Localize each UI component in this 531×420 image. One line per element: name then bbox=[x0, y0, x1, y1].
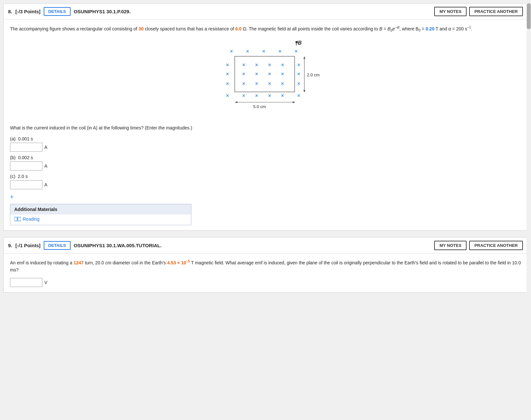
question-9-header-right: MY NOTES PRACTICE ANOTHER bbox=[434, 241, 523, 250]
b0-highlight: 0.20 bbox=[425, 26, 434, 31]
svg-text:×: × bbox=[268, 71, 271, 77]
svg-rect-41 bbox=[18, 217, 21, 221]
svg-text:×: × bbox=[297, 93, 300, 98]
expand-icon[interactable]: + bbox=[10, 194, 521, 201]
svg-text:×: × bbox=[297, 62, 300, 68]
question-8-my-notes-button[interactable]: MY NOTES bbox=[434, 7, 467, 16]
sub-question-b-label: (b) 0.002 s bbox=[10, 155, 521, 160]
svg-text:×: × bbox=[281, 93, 284, 98]
svg-text:×: × bbox=[255, 93, 258, 98]
sub-question-a: (a) 0.001 s A bbox=[10, 136, 521, 152]
scrollbar-thumb[interactable] bbox=[527, 3, 531, 29]
field-9-highlight: 4.53 × 10−5 bbox=[167, 260, 190, 265]
question-9-code: OSUNIPHYS1 30.1.WA.005.TUTORIAL. bbox=[74, 243, 162, 248]
question-8-problem-text: The accompanying figure shows a rectangu… bbox=[10, 25, 521, 33]
answer-input-9[interactable] bbox=[10, 278, 42, 287]
svg-text:×: × bbox=[242, 71, 245, 77]
question-8-points: [-/3 Points] bbox=[16, 9, 41, 14]
svg-marker-37 bbox=[235, 101, 237, 103]
svg-text:×: × bbox=[242, 81, 245, 86]
question-8-body: The accompanying figure shows a rectangu… bbox=[4, 20, 527, 230]
svg-text:×: × bbox=[255, 62, 258, 68]
additional-materials-section: Additional Materials Reading bbox=[10, 204, 191, 225]
svg-text:B: B bbox=[298, 40, 302, 46]
svg-text:×: × bbox=[278, 49, 281, 54]
additional-materials-header: Additional Materials bbox=[10, 204, 191, 215]
question-9-points: [-/1 Points] bbox=[16, 243, 41, 248]
resistance-highlight: 6.0 bbox=[235, 26, 242, 31]
question-8-header: 8. [-/3 Points] DETAILS OSUNIPHYS1 30.1.… bbox=[4, 4, 527, 20]
coil-figure: B bbox=[10, 38, 521, 118]
svg-text:×: × bbox=[297, 71, 300, 77]
unit-label-8a: A bbox=[44, 145, 47, 150]
reading-label: Reading bbox=[23, 216, 40, 222]
svg-text:×: × bbox=[246, 49, 249, 54]
svg-text:2.0 cm: 2.0 cm bbox=[307, 72, 320, 77]
turns-9-highlight: 1247 bbox=[73, 260, 84, 265]
sub-question-a-label: (a) 0.001 s bbox=[10, 136, 521, 141]
svg-text:×: × bbox=[262, 49, 265, 54]
additional-materials-body: Reading bbox=[10, 215, 191, 225]
svg-text:×: × bbox=[281, 71, 284, 77]
question-9-problem-text: An emf is induced by rotating a 1247 tur… bbox=[10, 259, 521, 273]
question-8-practice-another-button[interactable]: PRACTICE ANOTHER bbox=[469, 7, 523, 16]
svg-marker-38 bbox=[293, 101, 295, 103]
turns-highlight: 30 bbox=[139, 26, 144, 31]
svg-text:×: × bbox=[226, 71, 229, 77]
svg-text:×: × bbox=[226, 93, 229, 98]
question-9-practice-another-button[interactable]: PRACTICE ANOTHER bbox=[469, 241, 523, 250]
reading-link[interactable]: Reading bbox=[14, 216, 187, 222]
svg-text:×: × bbox=[255, 81, 258, 86]
svg-text:×: × bbox=[268, 81, 271, 86]
svg-text:×: × bbox=[268, 93, 271, 98]
svg-text:×: × bbox=[242, 62, 245, 68]
answer-input-8a[interactable] bbox=[10, 143, 42, 152]
sub-question-b: (b) 0.002 s A bbox=[10, 155, 521, 171]
svg-text:×: × bbox=[242, 93, 245, 98]
svg-text:×: × bbox=[281, 81, 284, 86]
question-8-header-left: 8. [-/3 Points] DETAILS OSUNIPHYS1 30.1.… bbox=[8, 7, 130, 16]
svg-text:×: × bbox=[230, 49, 233, 54]
svg-text:5.0 cm: 5.0 cm bbox=[253, 104, 266, 109]
svg-text:×: × bbox=[226, 62, 229, 68]
svg-text:×: × bbox=[268, 62, 271, 68]
question-8-details-button[interactable]: DETAILS bbox=[44, 7, 71, 16]
svg-text:×: × bbox=[255, 71, 258, 77]
svg-marker-34 bbox=[303, 90, 305, 93]
unit-label-8c: A bbox=[44, 182, 47, 187]
unit-label-8b: A bbox=[44, 163, 47, 169]
question-8-card: 8. [-/3 Points] DETAILS OSUNIPHYS1 30.1.… bbox=[3, 3, 528, 231]
unit-label-9: V bbox=[44, 280, 47, 285]
question-9-number: 9. bbox=[8, 243, 12, 248]
sub-question-c-label: (c) 2.0 s bbox=[10, 174, 521, 179]
question-9-my-notes-button[interactable]: MY NOTES bbox=[434, 241, 467, 250]
scrollbar-track bbox=[526, 0, 531, 302]
question-8-code: OSUNIPHYS1 30.1.P.029. bbox=[74, 9, 131, 14]
svg-rect-40 bbox=[14, 217, 17, 221]
answer-input-8c[interactable] bbox=[10, 180, 42, 189]
svg-text:×: × bbox=[297, 81, 300, 86]
question-9-header-left: 9. [-/1 Points] DETAILS OSUNIPHYS1 30.1.… bbox=[8, 241, 162, 250]
question-8-subtext: What is the current induced in the coil … bbox=[10, 124, 521, 131]
question-9-card: 9. [-/1 Points] DETAILS OSUNIPHYS1 30.1.… bbox=[3, 237, 528, 293]
question-9-body: An emf is induced by rotating a 1247 tur… bbox=[4, 254, 527, 292]
svg-text:×: × bbox=[281, 62, 284, 68]
question-9-details-button[interactable]: DETAILS bbox=[44, 241, 71, 250]
svg-marker-33 bbox=[303, 56, 305, 59]
svg-text:×: × bbox=[295, 49, 298, 54]
sub-question-c: (c) 2.0 s A bbox=[10, 174, 521, 189]
question-8-header-right: MY NOTES PRACTICE ANOTHER bbox=[434, 7, 523, 16]
svg-text:×: × bbox=[226, 81, 229, 86]
book-icon bbox=[14, 216, 21, 222]
question-8-number: 8. bbox=[8, 9, 12, 14]
answer-input-8b[interactable] bbox=[10, 161, 42, 171]
question-9-header: 9. [-/1 Points] DETAILS OSUNIPHYS1 30.1.… bbox=[4, 238, 527, 254]
